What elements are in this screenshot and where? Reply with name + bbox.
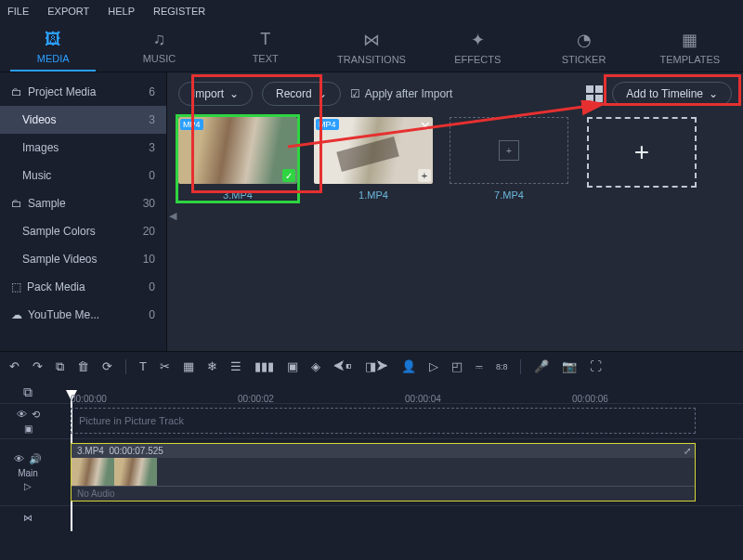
side-count: 20 <box>143 225 155 238</box>
side-text: Sample <box>28 197 66 210</box>
pip-track-placeholder[interactable]: Picture in Picture Track <box>71 408 696 434</box>
timeline-clip[interactable]: 3.MP4 00:00:07.525 ⤢ No Audio <box>71 443 696 501</box>
sidebar-youtube[interactable]: ☁YouTube Me... 0 <box>0 301 166 329</box>
close-icon[interactable]: ✕ <box>420 119 431 134</box>
thumb-placeholder: + <box>450 117 568 184</box>
tab-label: MEDIA <box>37 53 70 64</box>
overlay-icon[interactable]: ▣ <box>287 359 298 373</box>
side-text: Images <box>22 141 59 154</box>
tab-templates[interactable]: ▦ TEMPLATES <box>637 22 743 72</box>
format-badge: MP4 <box>180 119 203 130</box>
redo-icon[interactable]: ↷ <box>33 359 43 373</box>
filmstrip-icon[interactable]: ▦ <box>183 359 194 373</box>
pip-icon[interactable]: ▣ <box>24 423 33 434</box>
levels-icon[interactable]: ⎓ <box>476 359 483 373</box>
link-icon[interactable]: ⟳ <box>102 359 112 373</box>
sticker-icon: ◔ <box>577 30 592 50</box>
tab-music[interactable]: ♫ MUSIC <box>106 22 212 72</box>
track-pip: 👁⟲ ▣ Picture in Picture Track <box>0 403 743 438</box>
split-right-icon[interactable]: ◨⮞ <box>365 359 388 373</box>
folder-icon: 🗀 <box>11 197 22 210</box>
person-icon[interactable]: 👤 <box>401 359 416 373</box>
check-icon: ✓ <box>282 169 295 182</box>
sidebar-sample[interactable]: 🗀Sample 30 <box>0 189 166 217</box>
tab-effects[interactable]: ✦ EFFECTS <box>424 22 530 72</box>
media-thumb-3[interactable]: + 7.MP4 <box>450 117 568 201</box>
side-text: Music <box>22 169 51 182</box>
side-count: 3 <box>149 113 155 126</box>
checkbox-icon: ☑ <box>350 87 360 100</box>
text-tool-icon[interactable]: T <box>139 359 147 373</box>
ratio-icon[interactable]: 8:8 <box>496 362 508 371</box>
add-to-timeline-button[interactable]: Add to Timeline ⌄ <box>612 82 732 106</box>
sidebar-videos[interactable]: Videos 3 <box>0 106 166 134</box>
menu-export[interactable]: EXPORT <box>47 6 89 17</box>
tab-transitions[interactable]: ⋈ TRANSITIONS <box>319 22 424 72</box>
side-text: YouTube Me... <box>28 308 99 321</box>
thumb-label: 7.MP4 <box>494 189 524 201</box>
expand-icon[interactable]: ⤢ <box>684 446 691 456</box>
sidebar-images[interactable]: Images 3 <box>0 134 166 162</box>
apply-after-import-checkbox[interactable]: ☑ Apply after Import <box>350 87 453 100</box>
eye-icon[interactable]: 👁 <box>17 409 27 421</box>
add-media-dropzone[interactable]: + <box>587 117 697 188</box>
pill-label: Add to Timeline <box>626 87 703 100</box>
undo-icon[interactable]: ↶ <box>9 359 20 373</box>
tab-label: EFFECTS <box>454 54 501 65</box>
pill-label: Record <box>276 87 312 100</box>
list-icon[interactable]: ☰ <box>230 359 241 373</box>
sidebar-project-media[interactable]: 🗀Project Media 6 <box>0 78 166 106</box>
cut-icon[interactable]: ✂ <box>160 359 170 373</box>
snowflake-icon[interactable]: ❄ <box>207 359 217 373</box>
menu-help[interactable]: HELP <box>108 6 135 17</box>
transitions-icon: ⋈ <box>363 30 380 50</box>
copy-icon[interactable]: ⧉ <box>56 359 64 374</box>
lock-icon[interactable]: ⟲ <box>32 409 40 421</box>
tab-text[interactable]: T TEXT <box>213 22 319 72</box>
format-badge: MP4 <box>316 119 339 130</box>
content-toolbar: Import ⌄ Record ⌄ ☑ Apply after Import A… <box>178 82 732 106</box>
microphone-icon[interactable]: 🎤 <box>534 359 549 373</box>
side-text: Sample Videos <box>22 253 98 266</box>
play-small-icon[interactable]: ▷ <box>24 481 32 491</box>
tab-label: TRANSITIONS <box>337 54 406 65</box>
add-icon[interactable]: + <box>418 169 431 182</box>
grid-view-icon[interactable] <box>586 85 603 102</box>
eye-icon[interactable]: 👁 <box>14 453 24 465</box>
chevron-down-icon: ⌄ <box>709 87 718 100</box>
sidebar-sample-colors[interactable]: Sample Colors 20 <box>0 217 166 245</box>
diamond-icon[interactable]: ◈ <box>311 359 320 373</box>
clip-thumbnail <box>114 458 157 486</box>
side-text: Sample Colors <box>22 225 96 238</box>
play-icon[interactable]: ▷ <box>429 359 438 373</box>
columns-icon[interactable]: ▮▮▮ <box>254 359 274 373</box>
tab-sticker[interactable]: ◔ STICKER <box>530 22 636 72</box>
menu-file[interactable]: FILE <box>7 6 29 17</box>
main-panel: 🗀Project Media 6 Videos 3 Images 3 Music… <box>0 72 743 351</box>
delete-icon[interactable]: 🗑 <box>77 359 89 373</box>
record-button[interactable]: Record ⌄ <box>262 82 341 106</box>
bowtie-icon[interactable]: ⋈ <box>23 513 33 523</box>
sidebar-pack-media[interactable]: ⬚Pack Media 0 <box>0 273 166 301</box>
tab-label: MUSIC <box>143 53 176 64</box>
side-count: 3 <box>149 141 155 154</box>
import-button[interactable]: Import ⌄ <box>178 82 253 106</box>
menu-register[interactable]: REGISTER <box>153 6 205 17</box>
sidebar-music[interactable]: Music 0 <box>0 162 166 189</box>
focus-icon[interactable]: ⛶ <box>590 359 602 373</box>
clip-audio-label: No Audio <box>72 486 695 501</box>
tab-label: STICKER <box>562 54 606 65</box>
split-left-icon[interactable]: ⮜◧ <box>333 359 352 373</box>
crop-icon[interactable]: ◰ <box>451 359 463 373</box>
ruler-tick: 00:00:02 <box>238 394 274 404</box>
layers-icon[interactable]: ⧉ <box>23 384 33 400</box>
sidebar-sample-videos[interactable]: Sample Videos 10 <box>0 245 166 273</box>
folder-icon: 🗀 <box>11 85 22 98</box>
tab-media[interactable]: 🖼 MEDIA <box>0 22 106 72</box>
templates-icon: ▦ <box>682 30 697 50</box>
media-thumb-2[interactable]: MP4 ✕ + 1.MP4 <box>314 117 433 201</box>
collapse-sidebar-icon[interactable]: ◀ <box>169 210 176 222</box>
speaker-icon[interactable]: 🔊 <box>29 453 42 465</box>
camera-icon[interactable]: 📷 <box>562 359 577 373</box>
media-thumb-1[interactable]: MP4 ✓ 3.MP4 <box>178 117 297 201</box>
